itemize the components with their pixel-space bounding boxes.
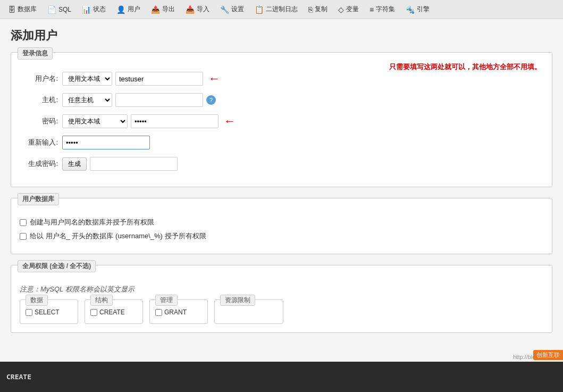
perms-note: 注意：MySQL 权限名称会以英文显示 [20, 285, 543, 294]
reenter-controls [62, 136, 543, 149]
reenter-label: 重新输入: [20, 138, 62, 147]
generate-label: 生成密码: [20, 159, 62, 169]
nav-replicate-label: 复制 [315, 5, 327, 14]
nav-variables-item[interactable]: ◇ 变量 [333, 2, 364, 16]
host-type-select[interactable]: 任意主机 本机 使用文本域 [62, 93, 112, 107]
userdb-section: 用户数据库 创建与用户同名的数据库并授予所有权限 给以 用户名_ 开头的数据库 … [11, 198, 552, 254]
perm-box-structure: 结构 CREATE [85, 299, 143, 324]
status-icon: 📊 [82, 5, 91, 14]
password-label: 密码: [20, 116, 62, 126]
code-text: CREATE [6, 373, 31, 381]
reenter-input[interactable] [62, 136, 150, 149]
userdb-option2-checkbox[interactable] [20, 233, 27, 240]
nav-status-label: 状态 [93, 5, 106, 14]
nav-import-label: 导入 [197, 5, 209, 14]
database-icon: 🗄 [8, 5, 15, 14]
top-nav: 🗄 数据库 📄 SQL 📊 状态 👤 用户 📤 导出 📥 导入 🔧 设置 📋 二… [0, 0, 563, 19]
perm-create-item: CREATE [90, 308, 137, 316]
username-label: 用户名: [20, 74, 62, 84]
perm-select-item: SELECT [26, 308, 72, 316]
perm-admin-legend: 管理 [155, 295, 178, 306]
perm-box-resource: 资源限制 [214, 299, 283, 324]
login-section-wrapper: 登录信息 只需要填写这两处就可以，其他地方全部不用填。 用户名: 使用文本域 使… [11, 52, 552, 187]
host-info-icon[interactable]: ? [206, 95, 216, 105]
login-section-body: 只需要填写这两处就可以，其他地方全部不用填。 用户名: 使用文本域 使用主机表 … [11, 61, 552, 187]
replicate-icon: ⎘ [308, 5, 313, 14]
perm-grant-label: GRANT [164, 308, 187, 316]
perm-box-data: 数据 SELECT [20, 299, 78, 324]
nav-replicate-item[interactable]: ⎘ 复制 [304, 2, 332, 16]
host-row: 主机: 任意主机 本机 使用文本域 ? [20, 93, 543, 107]
perms-note-text: 注意：MySQL 权限名称会以英文显示 [20, 285, 135, 293]
password-input[interactable] [131, 114, 219, 128]
code-area: CREATE [0, 362, 563, 392]
perm-data-legend: 数据 [26, 295, 48, 306]
perm-create-checkbox[interactable] [90, 309, 97, 316]
host-label: 主机: [20, 95, 62, 105]
username-type-select[interactable]: 使用文本域 使用主机表 [62, 72, 112, 86]
nav-binlog-item[interactable]: 📋 二进制日志 [250, 2, 302, 16]
nav-charset-item[interactable]: ≡ 字符集 [365, 2, 400, 16]
global-perms-legend-text: 全局权限 (全选 / 全不选) [22, 262, 91, 270]
generate-row: 生成密码: 生成 [20, 157, 543, 171]
generate-button[interactable]: 生成 [62, 157, 87, 171]
settings-icon: 🔧 [220, 5, 229, 14]
global-perms-section: 全局权限 (全选 / 全不选) 注意：MySQL 权限名称会以英文显示 数据 S… [11, 265, 552, 333]
generated-password-input[interactable] [90, 157, 178, 171]
host-input[interactable] [115, 93, 203, 107]
main-content: 添加用户 登录信息 只需要填写这两处就可以，其他地方全部不用填。 用户名: 使用… [0, 19, 563, 392]
perm-resource-legend: 资源限制 [220, 295, 255, 306]
nav-engine-item[interactable]: 🔩 引擎 [401, 2, 434, 16]
userdb-option1-label: 创建与用户同名的数据库并授予所有权限 [30, 218, 154, 227]
username-input[interactable] [115, 72, 203, 86]
user-icon: 👤 [116, 5, 125, 14]
password-arrow-icon: ← [224, 114, 236, 128]
generate-controls: 生成 [62, 157, 543, 171]
global-perms-legend: 全局权限 (全选 / 全不选) [18, 260, 96, 272]
nav-import-item[interactable]: 📥 导入 [181, 2, 214, 16]
sql-icon: 📄 [47, 5, 56, 14]
perm-select-label: SELECT [35, 308, 60, 316]
password-type-select[interactable]: 使用文本域 MySQL自带加密 无密码 [62, 114, 128, 128]
nav-user-label: 用户 [128, 5, 140, 14]
page-title: 添加用户 [11, 28, 552, 44]
logo-badge: 创新互联 [533, 350, 563, 360]
userdb-option2-row: 给以 用户名_ 开头的数据库 (username\_%) 授予所有权限 [20, 231, 543, 241]
nav-sql-label: SQL [58, 6, 71, 13]
userdb-legend: 用户数据库 [18, 193, 59, 205]
username-row: 用户名: 使用文本域 使用主机表 ← [20, 72, 543, 86]
userdb-option2-label: 给以 用户名_ 开头的数据库 (username\_%) 授予所有权限 [30, 231, 206, 241]
export-icon: 📤 [151, 5, 160, 14]
variables-icon: ◇ [338, 5, 344, 14]
nav-user-item[interactable]: 👤 用户 [112, 2, 145, 16]
userdb-option1-checkbox[interactable] [20, 219, 27, 226]
perm-grid: 数据 SELECT 结构 CREATE [20, 299, 543, 324]
perm-grant-checkbox[interactable] [155, 309, 162, 316]
nav-variables-label: 变量 [346, 5, 359, 14]
nav-binlog-label: 二进制日志 [266, 5, 298, 14]
userdb-body: 创建与用户同名的数据库并授予所有权限 给以 用户名_ 开头的数据库 (usern… [11, 207, 552, 254]
nav-charset-label: 字符集 [376, 5, 395, 14]
nav-database-label: 数据库 [18, 5, 37, 14]
nav-export-item[interactable]: 📤 导出 [146, 2, 180, 16]
nav-export-label: 导出 [162, 5, 175, 14]
charset-icon: ≡ [369, 5, 374, 14]
host-controls: 任意主机 本机 使用文本域 ? [62, 93, 543, 107]
global-perms-body: 注意：MySQL 权限名称会以英文显示 数据 SELECT 结构 [11, 274, 552, 332]
perm-grant-item: GRANT [155, 308, 202, 316]
nav-settings-item[interactable]: 🔧 设置 [215, 2, 249, 16]
engine-icon: 🔩 [406, 5, 415, 14]
perm-select-checkbox[interactable] [26, 309, 32, 316]
nav-database-item[interactable]: 🗄 数据库 [3, 2, 41, 16]
perm-structure-legend: 结构 [90, 295, 113, 306]
binlog-icon: 📋 [255, 5, 264, 14]
login-section: 登录信息 只需要填写这两处就可以，其他地方全部不用填。 用户名: 使用文本域 使… [11, 52, 552, 187]
nav-engine-label: 引擎 [417, 5, 430, 14]
username-controls: 使用文本域 使用主机表 ← [62, 72, 543, 86]
reenter-row: 重新输入: [20, 136, 543, 149]
annotation-text: 只需要填写这两处就可以，其他地方全部不用填。 [389, 62, 541, 72]
nav-settings-label: 设置 [231, 5, 244, 14]
nav-sql-item[interactable]: 📄 SQL [43, 3, 76, 16]
perm-create-label: CREATE [99, 308, 125, 316]
nav-status-item[interactable]: 📊 状态 [77, 2, 111, 16]
